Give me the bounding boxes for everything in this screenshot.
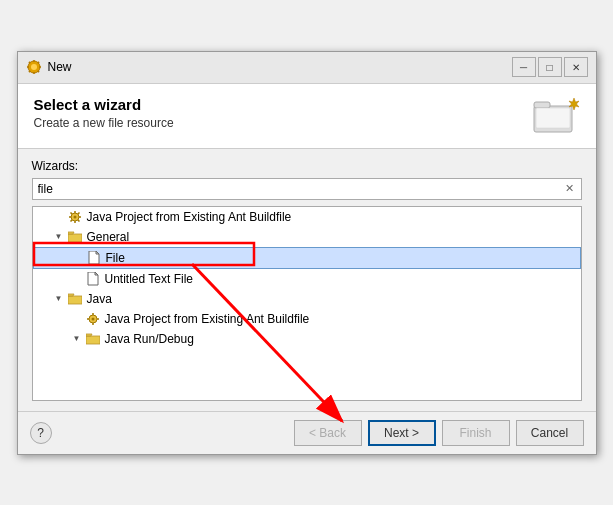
svg-rect-11 (534, 102, 550, 108)
folder-icon (85, 331, 101, 347)
next-button[interactable]: Next > (368, 420, 436, 446)
svg-line-6 (28, 62, 29, 63)
item-label: Java Project from Existing Ant Buildfile (87, 210, 292, 224)
finish-button[interactable]: Finish (442, 420, 510, 446)
dialog-icon (26, 59, 42, 75)
tree-item-java-run-debug[interactable]: ▼ Java Run/Debug (33, 329, 581, 349)
folder-icon (67, 291, 83, 307)
svg-line-22 (78, 212, 79, 213)
tree-item-general[interactable]: ▼ General (33, 227, 581, 247)
tree-item-java-proj-existing2[interactable]: Java Project from Existing Ant Buildfile (33, 309, 581, 329)
title-bar-text: New (48, 60, 512, 74)
tree-item-untitled-text[interactable]: Untitled Text File (33, 269, 581, 289)
gear-icon (67, 209, 83, 225)
search-input[interactable] (33, 179, 561, 199)
header-title: Select a wizard (34, 96, 174, 113)
maximize-button[interactable]: □ (538, 57, 562, 77)
dialog-body: Wizards: ✕ (18, 149, 596, 411)
tree-item-java-proj-existing[interactable]: Java Project from Existing Ant Buildfile (33, 207, 581, 227)
toggle-icon[interactable]: ▼ (53, 231, 65, 243)
header-text: Select a wizard Create a new file resour… (34, 96, 174, 130)
item-label: Untitled Text File (105, 272, 193, 286)
item-label: Java Run/Debug (105, 332, 194, 346)
svg-line-21 (78, 220, 79, 221)
tree-item-file[interactable]: File (33, 247, 581, 269)
svg-line-7 (37, 71, 38, 72)
file-icon (86, 250, 102, 266)
toggle-icon (71, 313, 83, 325)
svg-line-23 (70, 220, 71, 221)
wizards-label: Wizards: (32, 159, 582, 173)
header-subtitle: Create a new file resource (34, 116, 174, 130)
title-bar: New ─ □ ✕ (18, 52, 596, 84)
svg-rect-12 (536, 108, 570, 128)
toggle-icon[interactable]: ▼ (53, 293, 65, 305)
toggle-icon[interactable]: ▼ (71, 333, 83, 345)
help-button[interactable]: ? (30, 422, 52, 444)
gear-icon (85, 311, 101, 327)
tree-container[interactable]: Java Project from Existing Ant Buildfile… (32, 206, 582, 401)
file-icon (85, 271, 101, 287)
svg-point-15 (73, 215, 76, 218)
close-button[interactable]: ✕ (564, 57, 588, 77)
item-label: Java (87, 292, 112, 306)
svg-line-20 (70, 212, 71, 213)
toggle-icon (53, 211, 65, 223)
search-clear-button[interactable]: ✕ (561, 180, 579, 198)
svg-line-9 (28, 71, 29, 72)
svg-line-8 (37, 62, 38, 63)
back-button[interactable]: < Back (294, 420, 362, 446)
item-label: Java Project from Existing Ant Buildfile (105, 312, 310, 326)
item-label: File (106, 251, 125, 265)
footer: ? < Back Next > Finish Cancel (18, 411, 596, 454)
search-row: ✕ (32, 178, 582, 200)
tree-item-java[interactable]: ▼ Java (33, 289, 581, 309)
cancel-button[interactable]: Cancel (516, 420, 584, 446)
minimize-button[interactable]: ─ (512, 57, 536, 77)
folder-icon (67, 229, 83, 245)
new-wizard-dialog: New ─ □ ✕ Select a wizard Create a new f… (17, 51, 597, 455)
toggle-icon (71, 273, 83, 285)
tree-wrapper: Java Project from Existing Ant Buildfile… (32, 206, 582, 401)
wizard-header-icon (532, 96, 580, 136)
title-bar-buttons: ─ □ ✕ (512, 57, 588, 77)
header-section: Select a wizard Create a new file resour… (18, 84, 596, 149)
item-label: General (87, 230, 130, 244)
toggle-icon (72, 252, 84, 264)
svg-point-1 (31, 64, 37, 70)
svg-point-25 (91, 317, 94, 320)
